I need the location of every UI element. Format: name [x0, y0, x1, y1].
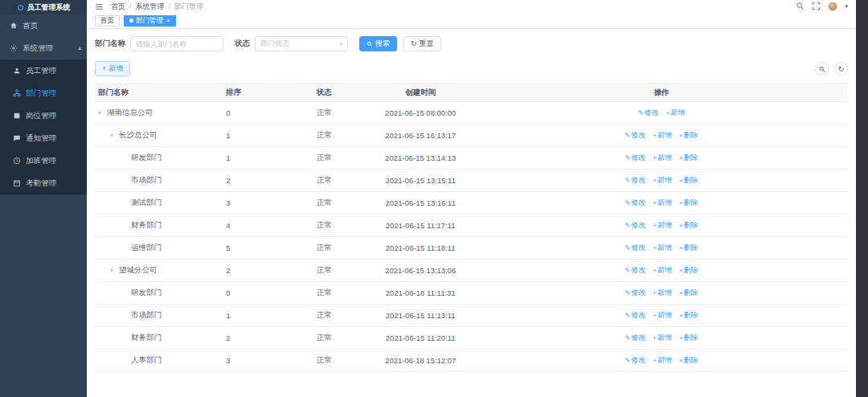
delete-link[interactable]: ×删除 — [679, 175, 698, 186]
add-link[interactable]: +新增 — [653, 355, 672, 366]
delete-link[interactable]: ×删除 — [679, 153, 698, 163]
edit-link[interactable]: ✎修改 — [625, 310, 646, 321]
sidebar-group-system[interactable]: 系统管理 ▴ — [0, 37, 87, 59]
table-body: ▾湖南信息公司 0 正常 2021-06-15 08:00:00 ✎修改+新增 … — [95, 102, 848, 372]
add-link[interactable]: +新增 — [653, 220, 672, 231]
edit-link[interactable]: ✎修改 — [625, 333, 646, 343]
sidebar-item-notice[interactable]: 通知管理 — [0, 127, 87, 149]
sidebar-item-attendance[interactable]: 考勤管理 — [0, 172, 87, 194]
sort-cell: 1 — [223, 305, 313, 327]
delete-link[interactable]: ×删除 — [679, 265, 698, 276]
status-cell: 正常 — [313, 215, 366, 237]
col-name: 部门名称 — [95, 84, 223, 102]
add-link[interactable]: +新增 — [653, 130, 672, 141]
sort-cell: 5 — [223, 237, 313, 260]
delete-icon: × — [679, 132, 683, 139]
search-icon[interactable] — [796, 2, 805, 12]
reset-button[interactable]: ↻ 重置 — [403, 36, 441, 51]
edit-link[interactable]: ✎修改 — [625, 243, 646, 253]
created-cell: 2021-06-15 13:16:11 — [366, 192, 475, 215]
toggle-search-button[interactable] — [815, 62, 829, 76]
tab-department[interactable]: 部门管理 × — [124, 15, 176, 27]
active-dot — [129, 18, 133, 23]
sort-cell: 2 — [223, 260, 313, 282]
expand-caret-icon[interactable]: ▾ — [110, 132, 119, 139]
expand-caret-icon[interactable]: ▾ — [98, 109, 107, 117]
edit-icon: ✎ — [625, 289, 631, 297]
add-link[interactable]: +新增 — [653, 265, 672, 276]
search-form: 部门名称 状态 部门状态 ▾ 搜索 ↻ 重置 — [95, 36, 848, 51]
dept-name-input[interactable] — [130, 36, 223, 51]
sidebar-item-post[interactable]: 岗位管理 — [0, 104, 87, 127]
edit-link[interactable]: ✎修改 — [625, 265, 646, 276]
page-content: 部门名称 状态 部门状态 ▾ 搜索 ↻ 重置 + 新增 — [87, 29, 856, 397]
delete-link[interactable]: ×删除 — [679, 220, 698, 231]
dept-name-cell: 财务部门 — [131, 220, 162, 229]
breadcrumb-separator: / — [129, 2, 132, 10]
created-cell: 2021-06-15 13:14:13 — [366, 147, 475, 170]
edit-link[interactable]: ✎修改 — [638, 108, 659, 118]
tab-home[interactable]: 首页 — [95, 15, 120, 27]
dept-name-cell: 望城分公司 — [119, 265, 158, 274]
avatar[interactable] — [828, 2, 837, 11]
sidebar-item-home[interactable]: 首页 — [0, 14, 87, 37]
caret-down-icon[interactable]: ▾ — [845, 3, 848, 10]
add-link[interactable]: +新增 — [653, 333, 672, 343]
add-link[interactable]: +新增 — [653, 153, 672, 163]
delete-link[interactable]: ×删除 — [679, 310, 698, 321]
sidebar-item-employee[interactable]: 员工管理 — [0, 59, 87, 82]
edit-link[interactable]: ✎修改 — [625, 130, 646, 141]
breadcrumb-home[interactable]: 首页 — [111, 2, 125, 12]
delete-link[interactable]: ×删除 — [679, 333, 698, 343]
add-link[interactable]: +新增 — [653, 288, 672, 298]
delete-icon: × — [679, 357, 683, 364]
right-edge-strip — [856, 0, 868, 397]
edit-link[interactable]: ✎修改 — [625, 198, 646, 208]
add-link[interactable]: +新增 — [653, 198, 672, 208]
edit-link[interactable]: ✎修改 — [625, 288, 646, 298]
add-icon: + — [653, 357, 657, 364]
sidebar-item-label: 考勤管理 — [26, 178, 56, 189]
breadcrumb-system[interactable]: 系统管理 — [136, 2, 165, 12]
status-select-placeholder: 部门状态 — [260, 39, 289, 49]
row-actions: ✎修改+新增 — [638, 108, 685, 118]
created-cell: 2021-06-15 11:17:11 — [366, 215, 475, 237]
expand-caret-icon[interactable]: ▾ — [110, 267, 119, 274]
delete-link[interactable]: ×删除 — [679, 243, 698, 253]
sidebar-item-label: 岗位管理 — [26, 111, 56, 121]
status-cell: 正常 — [313, 305, 366, 327]
add-button[interactable]: + 新增 — [95, 61, 130, 76]
delete-link[interactable]: ×删除 — [679, 130, 698, 141]
delete-link[interactable]: ×删除 — [679, 288, 698, 298]
edit-link[interactable]: ✎修改 — [625, 175, 646, 186]
sidebar-item-overtime[interactable]: 加班管理 — [0, 149, 87, 172]
edit-link[interactable]: ✎修改 — [625, 355, 646, 366]
sidebar-item-department[interactable]: 部门管理 — [0, 82, 87, 104]
add-link[interactable]: +新增 — [653, 175, 672, 186]
edit-link[interactable]: ✎修改 — [625, 153, 646, 163]
dept-name-cell: 财务部门 — [131, 333, 162, 342]
created-cell: 2021-06-15 08:00:00 — [366, 102, 475, 125]
home-icon — [10, 22, 18, 30]
row-actions: ✎修改+新增×删除 — [625, 220, 698, 231]
edit-link[interactable]: ✎修改 — [625, 220, 646, 231]
edit-icon: ✎ — [625, 312, 631, 319]
hamburger-icon[interactable] — [95, 2, 104, 11]
add-link[interactable]: +新增 — [653, 243, 672, 253]
delete-icon: × — [679, 312, 683, 319]
delete-link[interactable]: ×删除 — [679, 355, 698, 366]
status-cell: 正常 — [313, 192, 366, 215]
add-link[interactable]: +新增 — [653, 310, 672, 321]
add-icon: + — [653, 222, 657, 229]
close-icon[interactable]: × — [166, 17, 170, 24]
tags-view-bar: 首页 部门管理 × — [87, 13, 856, 29]
add-link[interactable]: +新增 — [666, 108, 686, 118]
search-button[interactable]: 搜索 — [359, 36, 397, 51]
refresh-button[interactable]: ↻ — [834, 62, 848, 76]
fullscreen-icon[interactable] — [812, 2, 821, 12]
sort-cell: 3 — [223, 350, 313, 372]
created-cell: 2021-06-18 15:12:07 — [366, 350, 475, 372]
delete-link[interactable]: ×删除 — [679, 198, 698, 208]
status-select[interactable]: 部门状态 ▾ — [255, 36, 348, 51]
sidebar-submenu: 员工管理 部门管理 岗位管理 通知管理 加班管理 考勤管理 — [0, 59, 87, 194]
